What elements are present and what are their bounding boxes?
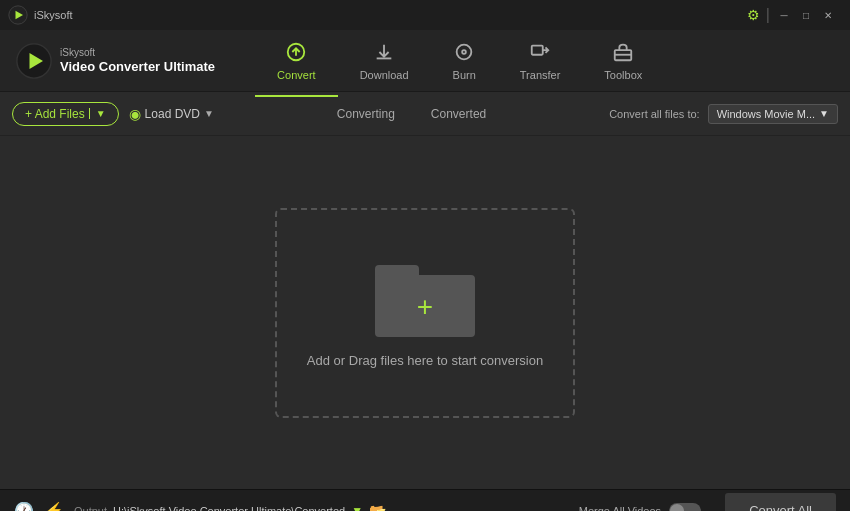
add-files-button[interactable]: + Add Files ▼ (12, 102, 119, 126)
add-files-label: + Add Files (25, 107, 85, 121)
nav-item-toolbox[interactable]: Toolbox (582, 33, 664, 89)
minimize-button[interactable]: ─ (776, 7, 792, 23)
nav-item-download[interactable]: Download (338, 33, 431, 89)
open-folder-icon[interactable]: 📂 (369, 503, 386, 512)
toggle-knob (670, 504, 684, 512)
nav-item-transfer[interactable]: Transfer (498, 33, 583, 89)
restore-button[interactable]: □ (798, 7, 814, 23)
merge-toggle[interactable] (669, 503, 701, 512)
clock-icon[interactable]: 🕐 (14, 501, 34, 511)
convert-all-to: Convert all files to: Windows Movie M...… (609, 104, 838, 124)
app-title: iSkysoft (34, 9, 73, 21)
svg-rect-7 (532, 45, 543, 54)
format-selector[interactable]: Windows Movie M... ▼ (708, 104, 838, 124)
toolbar: + Add Files ▼ ◉ Load DVD ▼ Converting Co… (0, 92, 850, 136)
nav-label-convert: Convert (277, 69, 316, 81)
nav-label-burn: Burn (453, 69, 476, 81)
main-content: + Add or Drag files here to start conver… (0, 136, 850, 489)
toolbox-icon (612, 41, 634, 66)
folder-plus-icon: + (417, 293, 433, 321)
app-logo-icon (8, 5, 28, 25)
tab-converting-label: Converting (337, 107, 395, 121)
title-icon-group: ⚙ | ─ □ ✕ (747, 6, 836, 24)
tab-converted-label: Converted (431, 107, 486, 121)
nav-item-convert[interactable]: Convert (255, 33, 338, 89)
toolbar-tabs: Converting Converted (319, 101, 504, 127)
nav-label-transfer: Transfer (520, 69, 561, 81)
burn-icon (453, 41, 475, 66)
add-files-dropdown-arrow[interactable]: ▼ (89, 108, 106, 119)
transfer-icon (529, 41, 551, 66)
title-bar-left: iSkysoft (8, 5, 73, 25)
nav-item-burn[interactable]: Burn (431, 33, 498, 89)
brand-text: iSkysoft Video Converter Ultimate (60, 46, 215, 76)
output-path: H:\iSkysoft Video Converter Ultimate\Con… (113, 505, 345, 512)
drop-zone-hint: Add or Drag files here to start conversi… (307, 353, 543, 368)
folder-icon: + (375, 257, 475, 337)
load-dvd-arrow: ▼ (204, 108, 214, 119)
convert-all-label: Convert all files to: (609, 108, 699, 120)
svg-point-6 (462, 50, 466, 54)
output-dropdown-arrow[interactable]: ▼ (351, 504, 363, 512)
load-dvd-button[interactable]: ◉ Load DVD ▼ (129, 106, 214, 122)
lightning-icon[interactable]: ⚡ (44, 501, 64, 511)
brand-logo-icon (16, 43, 52, 79)
output-label: Output (74, 505, 107, 512)
tab-converting[interactable]: Converting (319, 101, 413, 127)
nav-items: Convert Download Burn (255, 33, 664, 89)
nav-bar: iSkysoft Video Converter Ultimate Conver… (0, 30, 850, 92)
convert-icon (285, 41, 307, 66)
svg-point-5 (457, 44, 472, 59)
dvd-icon: ◉ (129, 106, 141, 122)
nav-label-toolbox: Toolbox (604, 69, 642, 81)
merge-label: Merge All Videos (579, 505, 661, 512)
title-bar: iSkysoft ⚙ | ─ □ ✕ (0, 0, 850, 30)
status-bar: 🕐 ⚡ Output H:\iSkysoft Video Converter U… (0, 489, 850, 511)
brand-line2: Video Converter Ultimate (60, 59, 215, 76)
nav-label-download: Download (360, 69, 409, 81)
close-button[interactable]: ✕ (820, 7, 836, 23)
load-dvd-label: Load DVD (145, 107, 200, 121)
tab-converted[interactable]: Converted (413, 101, 504, 127)
download-icon (373, 41, 395, 66)
settings-icon[interactable]: ⚙ (747, 7, 760, 23)
brand: iSkysoft Video Converter Ultimate (16, 43, 215, 79)
merge-section: Merge All Videos (579, 503, 701, 512)
convert-all-btn-label: Convert All (749, 503, 812, 511)
drop-zone[interactable]: + Add or Drag files here to start conver… (275, 208, 575, 418)
brand-line1: iSkysoft (60, 46, 215, 59)
convert-all-button[interactable]: Convert All (725, 493, 836, 512)
output-section: Output H:\iSkysoft Video Converter Ultim… (74, 503, 386, 512)
selected-format: Windows Movie M... (717, 108, 815, 120)
format-dropdown-arrow: ▼ (819, 108, 829, 119)
divider: | (766, 6, 770, 24)
